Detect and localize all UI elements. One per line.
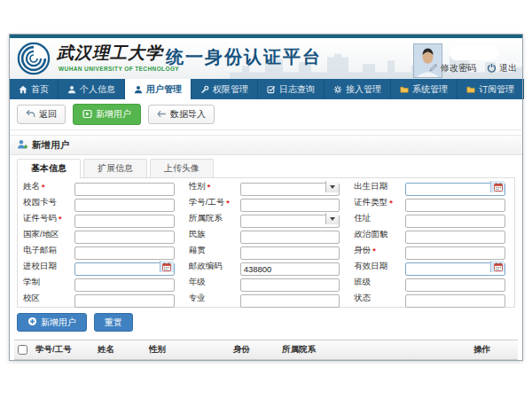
back-arrow-icon (26, 109, 35, 120)
data-import-button[interactable]: 数据导入 (148, 105, 215, 124)
email-input[interactable] (74, 246, 175, 260)
form-field: 证件类型* (354, 196, 509, 209)
tab-extended-info[interactable]: 扩展信息 (83, 159, 147, 177)
nav-tab-home[interactable]: 首页 (10, 79, 59, 99)
col-gender: 性别 (149, 344, 233, 356)
reset-button[interactable]: 重置 (94, 313, 133, 332)
calendar-icon[interactable] (490, 181, 505, 192)
field-label: 有效日期 (354, 261, 387, 272)
back-button-label: 返回 (39, 108, 57, 121)
campus-input[interactable] (74, 294, 175, 308)
status-input[interactable] (405, 294, 505, 308)
nav-tab-label: 个人信息 (80, 83, 115, 96)
chevron-down-icon[interactable] (325, 181, 339, 192)
field-label: 政治面貌 (354, 229, 387, 240)
university-name-cn: 武汉理工大学 (57, 42, 163, 65)
form-field: 学号/工号* (189, 196, 344, 209)
nav-tab-label: 订阅管理 (479, 83, 514, 96)
student-id-input[interactable] (240, 199, 340, 212)
form-field: 邮政编码 (189, 260, 344, 273)
toolbar: 返回 新增用户 数据导入 (10, 99, 522, 130)
postal-code-input[interactable] (240, 262, 340, 276)
country-region-input[interactable] (74, 231, 175, 244)
select-all-checkbox[interactable] (18, 345, 27, 355)
nav-tab-permission-management[interactable]: 权限管理 (192, 79, 258, 99)
nav-tab-personal-info[interactable]: 个人信息 (59, 79, 125, 99)
campus-card-input[interactable] (74, 199, 175, 212)
field-label: 年级 (189, 277, 206, 288)
form-field: 校园卡号 (23, 196, 178, 209)
field-label: 证件类型 (354, 197, 387, 208)
calendar-icon[interactable] (490, 261, 505, 272)
required-marker: * (389, 199, 393, 207)
identity-input[interactable] (405, 246, 505, 260)
col-identity: 身份 (233, 344, 282, 356)
import-arrow-icon (157, 110, 167, 120)
field-label: 籍贯 (189, 245, 206, 256)
political-status-input[interactable] (405, 231, 505, 244)
address-input[interactable] (405, 215, 505, 228)
school-system-input[interactable] (74, 278, 175, 292)
university-logo (17, 42, 51, 75)
form-field: 专业 (189, 292, 344, 305)
logout-link[interactable]: 退出 (487, 62, 517, 74)
field-label: 所属院系 (189, 213, 223, 224)
id-number-input[interactable] (74, 215, 175, 228)
logout-label: 退出 (499, 62, 517, 74)
field-label: 证件号码 (23, 213, 57, 224)
reset-button-label: 重置 (105, 317, 122, 329)
section-title: 新增用户 (32, 139, 69, 152)
back-button[interactable]: 返回 (17, 105, 66, 124)
nav-tab-log-query[interactable]: 日志查询 (258, 79, 325, 99)
tab-upload-avatar[interactable]: 上传头像 (150, 159, 214, 177)
required-marker: * (42, 183, 45, 192)
form-field: 身份* (354, 244, 509, 257)
basic-info-form: 姓名* 性别* 出生日期 校园卡号 学号/工号* 证件类型* 证件号码* (17, 177, 515, 308)
field-label: 性别 (189, 181, 206, 192)
field-label: 状态 (354, 293, 371, 304)
col-actions: 操作 (473, 344, 514, 356)
ethnicity-input[interactable] (240, 231, 340, 244)
user-table-header: 学号/工号 姓名 性别 身份 所属院系 操作 (14, 340, 518, 360)
platform-title: 统一身份认证平台 (166, 45, 322, 69)
change-password-label: 修改密码 (441, 62, 476, 74)
form-field: 性别* (189, 180, 344, 193)
chevron-down-icon[interactable] (325, 213, 339, 224)
field-label: 身份 (354, 245, 371, 256)
plus-circle-icon (27, 317, 37, 328)
person-icon (134, 85, 143, 94)
change-password-link[interactable]: 修改密码 (429, 62, 476, 74)
col-name: 姓名 (98, 344, 149, 356)
name-input[interactable] (74, 183, 175, 196)
required-marker: * (226, 199, 230, 207)
field-label: 专业 (189, 293, 206, 304)
id-type-input[interactable] (405, 199, 505, 212)
gear-icon (333, 85, 342, 94)
form-field: 姓名* (23, 180, 178, 193)
folder-icon (400, 85, 409, 94)
form-field: 住址 (354, 212, 509, 225)
nav-tab-label: 接入管理 (346, 83, 381, 96)
field-label: 姓名 (23, 181, 40, 192)
nav-tab-subscription-management[interactable]: 订阅管理 (458, 79, 524, 99)
submit-add-user-button[interactable]: 新增用户 (17, 313, 87, 332)
nav-tab-label: 日志查询 (279, 83, 315, 96)
form-field: 有效日期 (354, 260, 509, 273)
nav-tab-user-management[interactable]: 用户管理 (125, 79, 192, 99)
class-input[interactable] (405, 278, 505, 292)
person-icon (67, 85, 76, 94)
app-window: 武汉理工大学 WUHAN UNIVERSITY OF TECHNOLOGY 统一… (9, 34, 523, 361)
add-user-button-label: 新增用户 (96, 108, 131, 121)
required-marker: * (59, 215, 62, 223)
grade-input[interactable] (240, 278, 340, 292)
add-user-toolbar-button[interactable]: 新增用户 (73, 104, 141, 125)
form-field: 班级 (354, 276, 509, 289)
tab-basic-info[interactable]: 基本信息 (17, 159, 81, 178)
major-input[interactable] (240, 294, 340, 308)
nav-tab-system-management[interactable]: 系统管理 (391, 79, 458, 99)
field-label: 民族 (189, 229, 206, 240)
native-place-input[interactable] (240, 246, 340, 260)
calendar-icon[interactable] (160, 261, 174, 272)
nav-tab-access-management[interactable]: 接入管理 (325, 79, 391, 99)
section-header: 新增用户 (10, 135, 522, 155)
